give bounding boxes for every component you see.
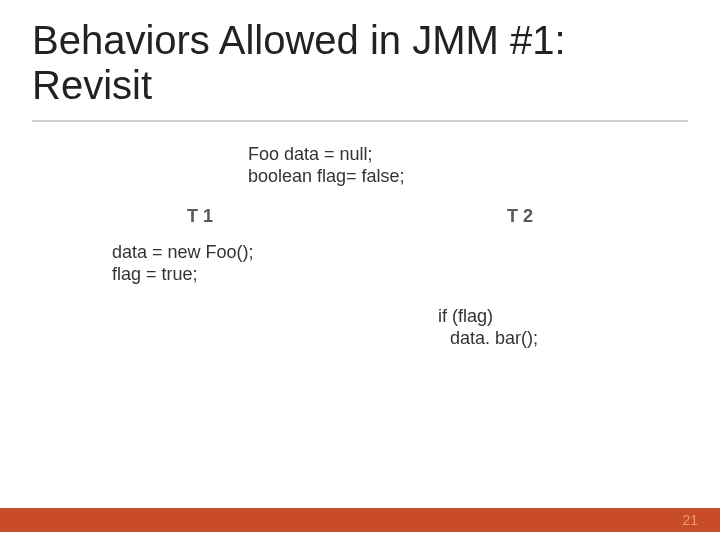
init-code-line: boolean flag= false; <box>248 166 720 188</box>
thread-2-label: T 2 <box>360 206 680 227</box>
page-number: 21 <box>682 512 698 528</box>
code-line: if (flag) <box>438 305 680 328</box>
thread-1-body: data = new Foo(); flag = true; <box>40 241 360 286</box>
slide-title: Behaviors Allowed in JMM #1: Revisit <box>32 18 688 108</box>
title-underline <box>32 120 688 122</box>
thread-1-label: T 1 <box>40 206 360 227</box>
init-code-block: Foo data = null; boolean flag= false; <box>0 144 720 188</box>
thread-2-body: if (flag) data. bar(); <box>360 305 680 350</box>
code-line: flag = true; <box>112 263 360 286</box>
thread-1-column: T 1 data = new Foo(); flag = true; <box>40 206 360 350</box>
threads-container: T 1 data = new Foo(); flag = true; T 2 i… <box>0 206 720 350</box>
thread-2-column: T 2 if (flag) data. bar(); <box>360 206 680 350</box>
init-code-line: Foo data = null; <box>248 144 720 166</box>
code-line: data. bar(); <box>438 327 680 350</box>
footer-bar <box>0 508 720 532</box>
code-line: data = new Foo(); <box>112 241 360 264</box>
